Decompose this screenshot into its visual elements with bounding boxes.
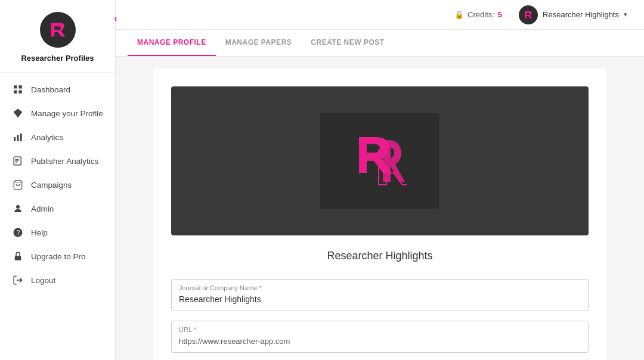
tab-create-new-post[interactable]: CREATE NEW POST (301, 30, 394, 56)
sidebar-item-publisher-analytics-label: Publisher Analytics (31, 157, 98, 166)
sidebar-item-analytics[interactable]: Analytics (0, 125, 115, 149)
sidebar-item-help-label: Help (31, 228, 48, 237)
url-value[interactable]: https://www.researcher-app.com (179, 337, 290, 346)
sidebar-item-manage-profile-label: Manage your Profile (31, 109, 103, 118)
tab-bar: MANAGE PROFILE MANAGE PAPERS CREATE NEW … (116, 30, 644, 57)
sidebar-item-help[interactable]: ? Help (0, 221, 115, 244)
svg-rect-2 (14, 91, 17, 94)
main-area: 🔒 Credits: 5 Researcher Highlights ▾ MAN… (116, 0, 644, 360)
svg-rect-8 (16, 160, 19, 161)
content-area: Researcher Highlights Journal or Company… (116, 57, 644, 360)
credits-lock-icon: 🔒 (454, 10, 464, 19)
logout-icon (12, 274, 24, 286)
sidebar-item-campaigns-label: Campaigns (31, 181, 72, 190)
banner-inner (320, 113, 439, 209)
svg-rect-7 (16, 159, 19, 160)
journal-name-field: Journal or Company Name * Researcher Hig… (171, 279, 589, 311)
sidebar-item-admin-label: Admin (31, 204, 54, 213)
sidebar-item-analytics-label: Analytics (31, 133, 63, 142)
profile-avatar (519, 5, 538, 24)
tab-manage-profile[interactable]: MANAGE PROFILE (128, 30, 216, 56)
journal-name-value[interactable]: Researcher Highlights (179, 294, 261, 304)
sidebar-item-publisher-analytics[interactable]: Publisher Analytics (0, 149, 115, 173)
book-icon (12, 155, 24, 167)
svg-rect-5 (17, 135, 19, 141)
sidebar-item-dashboard[interactable]: Dashboard (0, 77, 115, 101)
credits-label: Credits: (467, 10, 494, 19)
sidebar: Researcher Profiles Dashboard Manage you… (0, 0, 116, 360)
svg-rect-4 (14, 137, 16, 141)
sidebar-item-logout-label: Logout (31, 276, 55, 285)
sidebar-item-logout[interactable]: Logout (0, 268, 115, 292)
question-icon: ? (12, 226, 24, 238)
svg-text:?: ? (16, 229, 20, 236)
grid-icon (12, 83, 24, 95)
svg-rect-6 (20, 134, 22, 141)
logo-svg (47, 18, 69, 41)
profile-button[interactable]: Researcher Highlights ▾ (514, 3, 632, 27)
sidebar-item-dashboard-label: Dashboard (31, 85, 70, 94)
sidebar-nav: Dashboard Manage your Profile Analytics … (0, 73, 115, 360)
sidebar-collapse-button[interactable]: ‹ (109, 12, 122, 25)
url-label: URL * (179, 326, 581, 333)
svg-rect-1 (19, 85, 22, 88)
sidebar-item-upgrade[interactable]: Upgrade to Pro (0, 244, 115, 268)
banner-logo-svg (350, 131, 410, 191)
topbar-profile-name: Researcher Highlights (543, 10, 619, 19)
sidebar-item-manage-profile[interactable]: Manage your Profile (0, 101, 115, 125)
svg-rect-0 (14, 85, 17, 88)
svg-rect-13 (15, 256, 21, 260)
diamond-icon (12, 107, 24, 119)
profile-card: Researcher Highlights Journal or Company… (153, 69, 606, 360)
lock-icon (12, 250, 24, 262)
sidebar-logo (40, 12, 76, 48)
sidebar-item-upgrade-label: Upgrade to Pro (31, 252, 86, 261)
credits-area: 🔒 Credits: 5 (454, 10, 502, 19)
sidebar-item-campaigns[interactable]: Campaigns (0, 173, 115, 197)
profile-name-title: Researcher Highlights (171, 250, 589, 262)
topbar: 🔒 Credits: 5 Researcher Highlights ▾ (116, 0, 644, 30)
tab-manage-papers[interactable]: MANAGE PAPERS (216, 30, 302, 56)
avatar-logo (522, 9, 534, 21)
profile-banner (171, 86, 589, 235)
sidebar-logo-area: Researcher Profiles (0, 0, 115, 73)
sidebar-title: Researcher Profiles (21, 54, 94, 63)
svg-rect-9 (16, 162, 18, 163)
svg-rect-3 (19, 91, 22, 94)
credits-value: 5 (498, 10, 502, 19)
topbar-chevron-icon: ▾ (624, 11, 627, 18)
person-icon (12, 203, 24, 215)
svg-point-10 (16, 205, 20, 209)
journal-name-label: Journal or Company Name * (179, 284, 581, 291)
bar-chart-icon (12, 131, 24, 143)
sidebar-item-admin[interactable]: Admin (0, 197, 115, 221)
cart-icon (12, 179, 24, 191)
url-field: URL * https://www.researcher-app.com (171, 321, 589, 353)
